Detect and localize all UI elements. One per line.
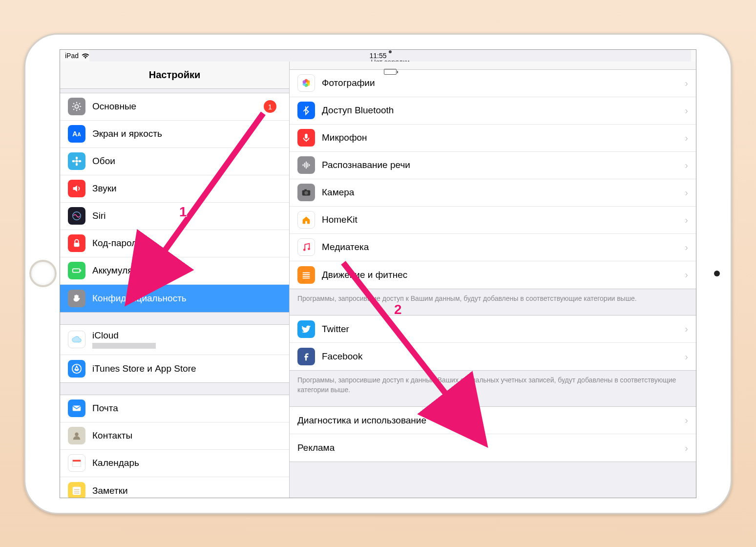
front-camera xyxy=(714,271,720,276)
home-button[interactable] xyxy=(29,260,57,287)
section-0-footer: Программы, запросившие доступ к Вашим да… xyxy=(290,289,696,304)
row-battery[interactable]: Аккумулятор xyxy=(60,257,289,285)
svg-line-5 xyxy=(73,103,74,104)
motion-icon xyxy=(297,266,315,284)
photos-icon xyxy=(297,74,315,92)
row-media-label: Медиатека xyxy=(322,242,685,252)
microphone-icon xyxy=(297,129,315,147)
row-passcode[interactable]: Код-пароль xyxy=(60,230,289,257)
chevron-right-icon: › xyxy=(685,442,688,454)
display-icon: AA xyxy=(68,125,85,143)
svg-point-32 xyxy=(303,80,306,84)
row-display[interactable]: AAЭкран и яркость xyxy=(60,121,289,148)
row-contacts[interactable]: Контакты xyxy=(60,422,289,450)
chevron-right-icon: › xyxy=(685,78,688,89)
chevron-right-icon: › xyxy=(685,214,688,226)
row-wallpaper-label: Обои xyxy=(92,156,281,167)
row-battery-label: Аккумулятор xyxy=(92,265,281,276)
svg-line-8 xyxy=(79,103,80,104)
chevron-right-icon: › xyxy=(685,351,688,362)
row-diagnostics[interactable]: Диагностика и использование› xyxy=(290,407,696,434)
svg-line-7 xyxy=(73,109,74,110)
row-mail-label: Почта xyxy=(92,403,281,414)
row-calendar-label: Календарь xyxy=(92,458,281,468)
row-display-label: Экран и яркость xyxy=(92,128,281,139)
svg-point-13 xyxy=(78,160,81,162)
svg-rect-16 xyxy=(73,269,80,272)
chevron-right-icon: › xyxy=(685,415,688,426)
icloud-icon xyxy=(68,331,85,348)
row-camera-label: Камера xyxy=(322,187,685,198)
svg-line-6 xyxy=(79,109,80,110)
chevron-right-icon: › xyxy=(685,242,688,253)
row-icloud[interactable]: iCloud xyxy=(60,325,289,355)
row-calendar[interactable]: Календарь xyxy=(60,450,289,477)
media-icon xyxy=(297,238,315,256)
chevron-right-icon: › xyxy=(685,323,688,335)
status-bar: iPad 11:55 ⊕ ● Нет зарядки xyxy=(60,50,696,62)
svg-rect-15 xyxy=(74,243,80,247)
row-facebook-label: Facebook xyxy=(322,351,685,362)
svg-point-11 xyxy=(76,163,78,166)
row-advertising[interactable]: Реклама› xyxy=(290,434,696,462)
svg-rect-19 xyxy=(73,406,81,411)
row-facebook[interactable]: Facebook› xyxy=(290,343,696,370)
row-general-label: Основные xyxy=(92,101,264,112)
row-speech[interactable]: Распознавание речи› xyxy=(290,152,696,179)
svg-point-42 xyxy=(303,249,306,251)
chevron-right-icon: › xyxy=(685,187,688,198)
row-microphone-label: Микрофон xyxy=(322,132,685,143)
homekit-icon xyxy=(297,211,315,229)
row-mail[interactable]: Почта xyxy=(60,395,289,422)
mail-icon xyxy=(68,400,85,417)
row-twitter-label: Twitter xyxy=(322,324,685,335)
row-sounds-label: Звуки xyxy=(92,183,281,194)
itunes-icon xyxy=(68,360,85,378)
row-twitter[interactable]: Twitter› xyxy=(290,316,696,343)
row-wallpaper[interactable]: Обои xyxy=(60,148,289,175)
row-bluetooth[interactable]: Доступ Bluetooth› xyxy=(290,97,696,125)
row-photos-label: Фотографии xyxy=(322,78,685,88)
privacy-icon xyxy=(68,290,85,307)
svg-point-20 xyxy=(75,433,78,436)
chevron-right-icon: › xyxy=(685,160,688,171)
row-icloud-label: iCloud xyxy=(92,330,281,341)
svg-point-43 xyxy=(308,248,310,250)
row-general[interactable]: Основные1 xyxy=(60,93,289,121)
row-sounds[interactable]: Звуки xyxy=(60,175,289,203)
row-itunes[interactable]: iTunes Store и App Store xyxy=(60,355,289,382)
row-siri[interactable]: Siri xyxy=(60,203,289,230)
bluetooth-icon xyxy=(297,102,315,119)
svg-rect-21 xyxy=(73,460,81,462)
svg-point-0 xyxy=(75,105,78,108)
row-passcode-label: Код-пароль xyxy=(92,238,281,249)
siri-icon xyxy=(68,207,85,225)
row-motion[interactable]: Движение и фитнес› xyxy=(290,261,696,289)
row-photos[interactable]: Фотографии› xyxy=(290,70,696,97)
svg-rect-23 xyxy=(73,486,81,495)
svg-rect-17 xyxy=(80,270,81,272)
svg-point-9 xyxy=(75,160,78,163)
row-privacy[interactable]: Конфиденциальность xyxy=(60,285,289,312)
svg-point-40 xyxy=(304,191,308,194)
row-notes[interactable]: Заметки xyxy=(60,477,289,498)
row-homekit[interactable]: HomeKit› xyxy=(290,207,696,234)
row-general-badge: 1 xyxy=(264,100,276,113)
wallpaper-icon xyxy=(68,152,85,170)
row-privacy-label: Конфиденциальность xyxy=(92,293,281,304)
row-camera[interactable]: Камера› xyxy=(290,179,696,207)
speech-icon xyxy=(297,156,315,174)
row-media[interactable]: Медиатека› xyxy=(290,234,696,261)
row-icloud-sub xyxy=(92,342,281,349)
svg-point-10 xyxy=(76,157,78,160)
row-motion-label: Движение и фитнес xyxy=(322,270,685,280)
row-microphone[interactable]: Микрофон› xyxy=(290,125,696,152)
general-icon xyxy=(68,98,85,115)
chevron-right-icon: › xyxy=(685,105,688,116)
svg-rect-41 xyxy=(304,189,307,191)
svg-rect-22 xyxy=(73,462,81,466)
sounds-icon xyxy=(68,180,85,197)
facebook-icon xyxy=(297,348,315,365)
row-itunes-label: iTunes Store и App Store xyxy=(92,363,281,374)
contacts-icon xyxy=(68,427,85,444)
